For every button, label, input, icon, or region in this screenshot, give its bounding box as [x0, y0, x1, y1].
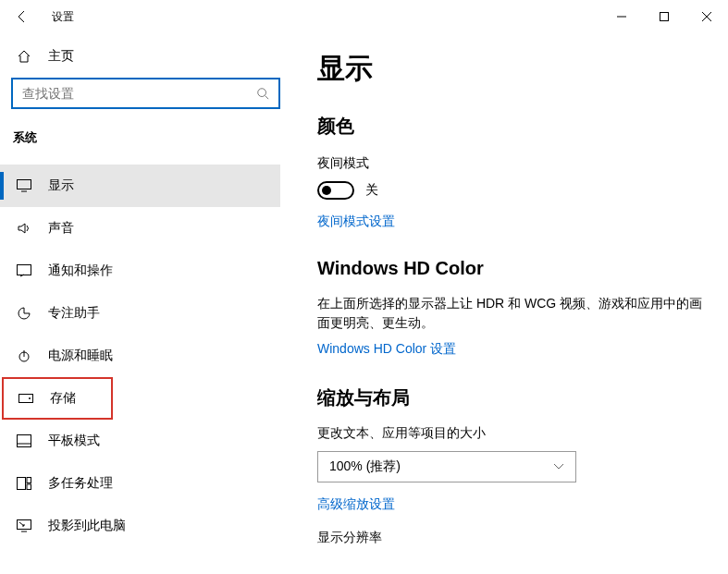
back-button[interactable] — [7, 2, 37, 31]
display-icon — [17, 179, 31, 192]
window-controls — [600, 2, 728, 31]
section-hdcolor: Windows HD Color — [317, 258, 709, 279]
svg-rect-8 — [18, 478, 26, 490]
section-scale: 缩放与布局 — [317, 385, 709, 410]
close-icon — [702, 12, 711, 21]
sidebar-item-tablet[interactable]: 平板模式 — [0, 420, 280, 462]
search-icon — [256, 87, 269, 100]
sidebar-item-projecting[interactable]: 投影到此电脑 — [0, 505, 280, 547]
night-mode-toggle[interactable] — [317, 181, 354, 200]
svg-rect-10 — [27, 484, 31, 490]
sidebar-item-label: 声音 — [48, 220, 74, 237]
sidebar-item-label: 多任务处理 — [48, 475, 113, 492]
sidebar-item-multitask[interactable]: 多任务处理 — [0, 462, 280, 505]
svg-rect-2 — [18, 180, 31, 189]
svg-rect-9 — [27, 478, 31, 483]
main-container: 主页 系统 显示 声音 通知和操作 — [0, 33, 728, 574]
night-mode-label: 夜间模式 — [317, 155, 709, 172]
multitask-icon — [17, 477, 31, 490]
sidebar-item-label: 显示 — [48, 177, 74, 194]
night-mode-settings-link[interactable]: 夜间模式设置 — [317, 214, 395, 230]
section-color: 颜色 — [317, 114, 709, 139]
scale-label: 更改文本、应用等项目的大小 — [317, 425, 709, 442]
maximize-icon — [660, 12, 669, 21]
close-button[interactable] — [685, 2, 728, 31]
sidebar-item-label: 存储 — [50, 390, 76, 407]
titlebar-left-group: 设置 — [7, 2, 74, 31]
svg-rect-7 — [18, 435, 31, 447]
projecting-icon — [17, 519, 31, 532]
hd-settings-link[interactable]: Windows HD Color 设置 — [317, 341, 456, 358]
advanced-scale-link[interactable]: 高级缩放设置 — [317, 496, 395, 513]
maximize-button[interactable] — [643, 2, 685, 31]
sidebar-item-label: 电源和睡眠 — [48, 348, 113, 364]
chevron-down-icon — [553, 463, 564, 470]
minimize-icon — [617, 12, 626, 21]
home-label: 主页 — [48, 48, 74, 65]
storage-icon — [19, 394, 33, 403]
svg-point-1 — [258, 89, 266, 97]
page-title: 显示 — [317, 50, 709, 88]
tablet-icon — [17, 434, 31, 447]
search-input[interactable] — [22, 86, 256, 101]
sidebar-group-header: 系统 — [13, 129, 280, 146]
svg-rect-3 — [18, 265, 31, 275]
svg-point-6 — [29, 397, 31, 399]
home-icon — [17, 49, 31, 64]
scale-dropdown[interactable]: 100% (推荐) — [317, 451, 576, 482]
scale-value: 100% (推荐) — [329, 458, 401, 475]
sidebar-item-display[interactable]: 显示 — [0, 165, 280, 207]
sidebar-item-storage[interactable]: 存储 — [2, 377, 113, 420]
arrow-left-icon — [15, 9, 30, 24]
svg-rect-0 — [660, 13, 669, 21]
sound-icon — [17, 221, 31, 236]
night-mode-state: 关 — [365, 182, 378, 199]
home-nav[interactable]: 主页 — [11, 33, 280, 78]
svg-rect-5 — [19, 395, 33, 403]
sidebar-item-sound[interactable]: 声音 — [0, 207, 280, 250]
resolution-label: 显示分辨率 — [317, 530, 709, 546]
hd-description: 在上面所选择的显示器上让 HDR 和 WCG 视频、游戏和应用中的画面更明亮、更… — [317, 294, 709, 333]
sidebar-item-label: 平板模式 — [48, 433, 100, 449]
night-mode-toggle-row: 关 — [317, 181, 709, 200]
sidebar: 主页 系统 显示 声音 通知和操作 — [0, 33, 291, 574]
power-icon — [17, 348, 31, 363]
focus-icon — [17, 306, 31, 321]
sidebar-item-label: 投影到此电脑 — [48, 518, 126, 534]
window-title: 设置 — [52, 9, 74, 25]
notifications-icon — [17, 264, 31, 277]
titlebar: 设置 — [0, 0, 728, 33]
sidebar-item-label: 通知和操作 — [48, 263, 113, 279]
sidebar-item-focus[interactable]: 专注助手 — [0, 292, 280, 335]
sidebar-item-label: 专注助手 — [48, 305, 100, 322]
sidebar-item-power[interactable]: 电源和睡眠 — [0, 335, 280, 377]
search-box[interactable] — [11, 78, 280, 109]
content-pane: 显示 颜色 夜间模式 关 夜间模式设置 Windows HD Color 在上面… — [291, 33, 728, 574]
minimize-button[interactable] — [600, 2, 643, 31]
sidebar-item-notifications[interactable]: 通知和操作 — [0, 250, 280, 292]
